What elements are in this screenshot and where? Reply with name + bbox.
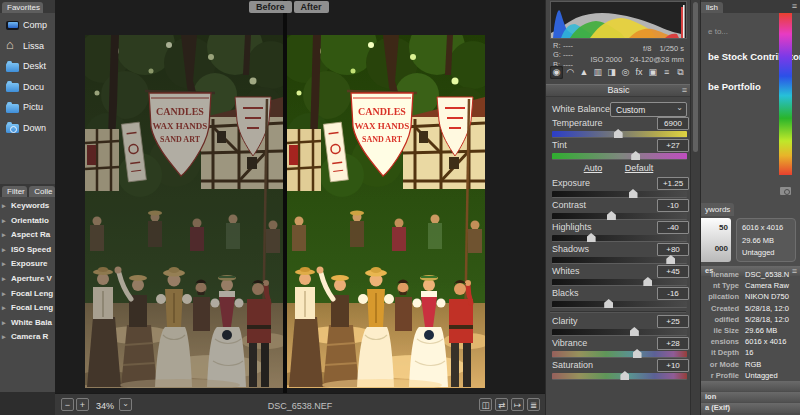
favorite-label: Docu xyxy=(23,82,44,92)
tab-hsl-grayscale[interactable]: ▥ xyxy=(591,66,604,79)
tab-detail[interactable]: ▲ xyxy=(578,66,591,79)
slider-track[interactable] xyxy=(552,257,687,264)
slider-blacks: Blacks -16 xyxy=(546,287,691,309)
scrollbar-thumb[interactable] xyxy=(693,2,698,152)
section-camera-data-exif[interactable]: a (Exif) xyxy=(701,403,800,413)
filter-item[interactable]: Focal Leng xyxy=(0,301,55,316)
adobe-portfolio-link[interactable]: be Portfolio xyxy=(708,81,761,92)
basic-panel-header: Basic xyxy=(546,84,691,97)
slider-track[interactable] xyxy=(552,153,687,160)
sidebar-favorite-item[interactable]: Deskt xyxy=(0,56,55,77)
tab-lens-corrections[interactable]: ◎ xyxy=(619,66,632,79)
histogram[interactable] xyxy=(550,1,687,39)
exposure-readout: f/81/250 s ISO 200024-120@28 mm xyxy=(582,43,684,65)
slider-thumb[interactable] xyxy=(643,277,652,286)
slider-thumb[interactable] xyxy=(633,349,642,358)
filter-item[interactable]: Exposure xyxy=(0,257,55,272)
slider-value-field[interactable]: +1.25 xyxy=(657,177,689,190)
before-button[interactable]: Before xyxy=(249,1,292,13)
section-iptc-extension[interactable]: ion xyxy=(701,392,800,402)
slider-value-field[interactable]: +25 xyxy=(657,315,689,328)
slider-track[interactable] xyxy=(552,131,687,138)
slider-thumb[interactable] xyxy=(607,211,616,220)
filter-item[interactable]: Focal Leng xyxy=(0,287,55,302)
slider-value-field[interactable]: +80 xyxy=(657,243,689,256)
adjustments-panel: R:---- G:---- B:---- f/81/250 s ISO 2000… xyxy=(545,0,690,415)
tab-split-toning[interactable]: ◨ xyxy=(605,66,618,79)
filter-item[interactable]: Orientatio xyxy=(0,214,55,229)
tab-publish[interactable]: lish xyxy=(701,2,723,13)
tab-snapshots[interactable]: ⧉ xyxy=(674,66,687,79)
auto-link[interactable]: Auto xyxy=(584,163,603,173)
panel-divider xyxy=(550,311,686,313)
copy-settings-icon[interactable]: ↦ xyxy=(511,398,524,411)
filter-item[interactable]: Aperture V xyxy=(0,272,55,287)
slider-track[interactable] xyxy=(552,191,687,198)
default-link[interactable]: Default xyxy=(625,163,654,173)
slider-thumb[interactable] xyxy=(630,327,639,336)
slider-thumb[interactable] xyxy=(620,371,629,380)
slider-track[interactable] xyxy=(552,351,687,358)
tab-effects[interactable]: fx xyxy=(633,66,646,79)
filter-item[interactable]: Aspect Ra xyxy=(0,228,55,243)
slider-thumb[interactable] xyxy=(587,233,596,242)
tab-camera-calibration[interactable]: ▣ xyxy=(646,66,659,79)
preview-options-icon[interactable]: ≣ xyxy=(527,398,540,411)
slider-track[interactable] xyxy=(552,301,687,308)
filter-item[interactable]: White Bala xyxy=(0,316,55,331)
slider-track[interactable] xyxy=(552,279,687,286)
tab-presets[interactable]: ≡ xyxy=(660,66,673,79)
slider-value-field[interactable]: 6900 xyxy=(657,117,689,130)
tab-collections[interactable]: Colle xyxy=(29,186,55,197)
sidebar-favorite-item[interactable]: Docu xyxy=(0,77,55,98)
slider-value-field[interactable]: -40 xyxy=(657,221,689,234)
panel-menu-icon[interactable] xyxy=(792,1,797,12)
sidebar-favorite-item[interactable]: Down xyxy=(0,118,55,139)
section-collapsed[interactable] xyxy=(701,381,800,391)
slider-value-field[interactable]: +27 xyxy=(657,139,689,152)
favorite-label: Comp xyxy=(23,20,47,30)
slider-thumb[interactable] xyxy=(629,189,638,198)
tab-keywords[interactable]: ywords xyxy=(701,203,734,216)
tab-favorites[interactable]: Favorites xyxy=(2,2,43,13)
slider-value-field[interactable]: -16 xyxy=(657,287,689,300)
tab-tone-curve[interactable]: ◠ xyxy=(564,66,577,79)
swap-before-after-icon[interactable]: ⇄ xyxy=(495,398,508,411)
white-balance-select[interactable]: Custom xyxy=(610,102,687,117)
filter-item[interactable]: ISO Speed xyxy=(0,243,55,258)
camera-icon xyxy=(780,187,791,195)
before-after-view-icon[interactable]: ◫ xyxy=(479,398,492,411)
slider-track[interactable] xyxy=(552,373,687,380)
after-button[interactable]: After xyxy=(294,1,329,13)
filter-item[interactable]: Keywords xyxy=(0,199,55,214)
filter-item[interactable]: Camera R xyxy=(0,330,55,345)
slider-thumb[interactable] xyxy=(614,129,623,138)
sidebar-favorite-item[interactable]: Comp xyxy=(0,15,55,36)
sidebar-favorite-item[interactable]: Pictu xyxy=(0,97,55,118)
metadata-row: or Mode RGB xyxy=(701,359,800,370)
after-image[interactable] xyxy=(287,35,485,388)
preview-toolbar: − + 34% DSC_6538.NEF ◫⇄↦≣ xyxy=(55,393,545,415)
slider-track[interactable] xyxy=(552,213,687,220)
panel-menu-icon[interactable] xyxy=(682,85,687,96)
before-image[interactable] xyxy=(85,35,283,388)
tab-filter[interactable]: Filter xyxy=(2,186,27,197)
metadata-row: ensions 6016 x 4016 xyxy=(701,336,800,347)
preview-area: Before After xyxy=(55,0,545,393)
sidebar-favorite-item[interactable]: Lissa xyxy=(0,36,55,57)
chevron-right-icon xyxy=(2,330,6,345)
panel-scrollbar[interactable] xyxy=(690,0,700,415)
slider-value-field[interactable]: +10 xyxy=(657,359,689,372)
slider-thumb[interactable] xyxy=(604,299,613,308)
slider-value-field[interactable]: +28 xyxy=(657,337,689,350)
slider-thumb[interactable] xyxy=(666,255,675,264)
metadata-row: nt Type Camera Raw xyxy=(701,280,800,291)
slider-value-field[interactable]: +45 xyxy=(657,265,689,278)
tab-basic[interactable]: ◉ xyxy=(550,66,563,79)
metadata-placard: 50 000 xyxy=(701,218,731,262)
slider-track[interactable] xyxy=(552,235,687,242)
slider-value-field[interactable]: -10 xyxy=(657,199,689,212)
slider-track[interactable] xyxy=(552,329,687,336)
chevron-right-icon xyxy=(2,243,6,258)
slider-thumb[interactable] xyxy=(631,151,640,160)
